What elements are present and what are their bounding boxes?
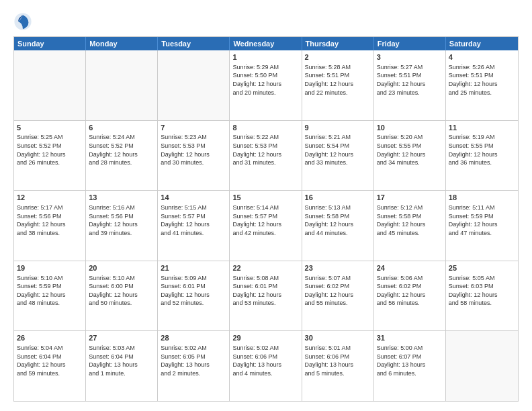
day-number: 14 [161, 193, 226, 203]
day-info: Sunrise: 5:25 AM Sunset: 5:52 PM Dayligh… [17, 133, 83, 167]
day-header-saturday: Saturday [446, 37, 518, 50]
empty-cell [158, 50, 230, 120]
day-number: 30 [305, 333, 371, 343]
calendar-row-4: 19Sunrise: 5:10 AM Sunset: 5:59 PM Dayli… [14, 261, 518, 331]
day-number: 23 [305, 263, 371, 273]
day-number: 19 [17, 263, 83, 273]
day-info: Sunrise: 5:14 AM Sunset: 5:57 PM Dayligh… [232, 203, 298, 237]
day-cell-9: 9Sunrise: 5:21 AM Sunset: 5:54 PM Daylig… [302, 121, 374, 191]
day-cell-8: 8Sunrise: 5:22 AM Sunset: 5:53 PM Daylig… [230, 121, 302, 191]
calendar-row-1: 1Sunrise: 5:29 AM Sunset: 5:50 PM Daylig… [14, 50, 518, 120]
day-cell-21: 21Sunrise: 5:09 AM Sunset: 6:01 PM Dayli… [158, 261, 230, 331]
day-info: Sunrise: 5:19 AM Sunset: 5:55 PM Dayligh… [449, 133, 515, 167]
day-info: Sunrise: 5:08 AM Sunset: 6:01 PM Dayligh… [232, 274, 298, 308]
day-info: Sunrise: 5:10 AM Sunset: 6:00 PM Dayligh… [89, 274, 154, 308]
day-number: 20 [89, 263, 154, 273]
day-cell-20: 20Sunrise: 5:10 AM Sunset: 6:00 PM Dayli… [86, 261, 158, 331]
day-cell-11: 11Sunrise: 5:19 AM Sunset: 5:55 PM Dayli… [446, 121, 518, 191]
calendar: SundayMondayTuesdayWednesdayThursdayFrid… [13, 36, 519, 402]
day-cell-2: 2Sunrise: 5:28 AM Sunset: 5:51 PM Daylig… [302, 50, 374, 120]
day-number: 12 [17, 193, 83, 203]
day-header-sunday: Sunday [14, 37, 86, 50]
day-number: 10 [377, 123, 443, 133]
day-cell-6: 6Sunrise: 5:24 AM Sunset: 5:52 PM Daylig… [86, 121, 158, 191]
day-number: 3 [377, 52, 443, 62]
calendar-row-3: 12Sunrise: 5:17 AM Sunset: 5:56 PM Dayli… [14, 190, 518, 261]
day-cell-16: 16Sunrise: 5:13 AM Sunset: 5:58 PM Dayli… [302, 191, 374, 261]
calendar-body: 1Sunrise: 5:29 AM Sunset: 5:50 PM Daylig… [14, 50, 518, 401]
day-cell-18: 18Sunrise: 5:11 AM Sunset: 5:59 PM Dayli… [446, 191, 518, 261]
day-number: 21 [161, 263, 226, 273]
day-info: Sunrise: 5:01 AM Sunset: 6:06 PM Dayligh… [305, 344, 371, 377]
day-info: Sunrise: 5:22 AM Sunset: 5:53 PM Dayligh… [232, 133, 298, 167]
day-info: Sunrise: 5:15 AM Sunset: 5:57 PM Dayligh… [161, 203, 226, 237]
day-info: Sunrise: 5:21 AM Sunset: 5:54 PM Dayligh… [305, 133, 371, 167]
day-cell-7: 7Sunrise: 5:23 AM Sunset: 5:53 PM Daylig… [158, 121, 230, 191]
day-info: Sunrise: 5:27 AM Sunset: 5:51 PM Dayligh… [377, 63, 443, 97]
calendar-row-5: 26Sunrise: 5:04 AM Sunset: 6:04 PM Dayli… [14, 330, 518, 401]
day-info: Sunrise: 5:02 AM Sunset: 6:06 PM Dayligh… [232, 344, 298, 377]
calendar-row-2: 5Sunrise: 5:25 AM Sunset: 5:52 PM Daylig… [14, 120, 518, 191]
day-info: Sunrise: 5:28 AM Sunset: 5:51 PM Dayligh… [305, 63, 371, 97]
day-cell-13: 13Sunrise: 5:16 AM Sunset: 5:56 PM Dayli… [86, 191, 158, 261]
day-info: Sunrise: 5:24 AM Sunset: 5:52 PM Dayligh… [89, 133, 154, 167]
day-number: 29 [232, 333, 298, 343]
day-number: 22 [232, 263, 298, 273]
calendar-header: SundayMondayTuesdayWednesdayThursdayFrid… [14, 37, 518, 50]
day-cell-3: 3Sunrise: 5:27 AM Sunset: 5:51 PM Daylig… [374, 50, 446, 120]
logo [13, 12, 35, 31]
day-number: 24 [377, 263, 443, 273]
day-number: 1 [232, 52, 298, 62]
day-cell-31: 31Sunrise: 5:00 AM Sunset: 6:07 PM Dayli… [374, 331, 446, 401]
day-number: 9 [305, 123, 371, 133]
day-header-thursday: Thursday [302, 37, 374, 50]
day-cell-15: 15Sunrise: 5:14 AM Sunset: 5:57 PM Dayli… [230, 191, 302, 261]
empty-cell [446, 331, 518, 401]
day-info: Sunrise: 5:23 AM Sunset: 5:53 PM Dayligh… [161, 133, 226, 167]
day-cell-22: 22Sunrise: 5:08 AM Sunset: 6:01 PM Dayli… [230, 261, 302, 331]
day-cell-28: 28Sunrise: 5:02 AM Sunset: 6:05 PM Dayli… [158, 331, 230, 401]
day-number: 27 [89, 333, 154, 343]
day-number: 13 [89, 193, 154, 203]
day-info: Sunrise: 5:12 AM Sunset: 5:58 PM Dayligh… [377, 203, 443, 237]
day-info: Sunrise: 5:11 AM Sunset: 5:59 PM Dayligh… [449, 203, 515, 237]
day-info: Sunrise: 5:13 AM Sunset: 5:58 PM Dayligh… [305, 203, 371, 237]
empty-cell [14, 50, 86, 120]
day-cell-14: 14Sunrise: 5:15 AM Sunset: 5:57 PM Dayli… [158, 191, 230, 261]
day-number: 7 [161, 123, 226, 133]
day-cell-19: 19Sunrise: 5:10 AM Sunset: 5:59 PM Dayli… [14, 261, 86, 331]
day-header-monday: Monday [86, 37, 158, 50]
day-cell-27: 27Sunrise: 5:03 AM Sunset: 6:04 PM Dayli… [86, 331, 158, 401]
day-number: 11 [449, 123, 515, 133]
day-header-wednesday: Wednesday [230, 37, 302, 50]
day-info: Sunrise: 5:17 AM Sunset: 5:56 PM Dayligh… [17, 203, 83, 237]
day-info: Sunrise: 5:05 AM Sunset: 6:03 PM Dayligh… [449, 274, 515, 308]
day-cell-12: 12Sunrise: 5:17 AM Sunset: 5:56 PM Dayli… [14, 191, 86, 261]
day-info: Sunrise: 5:16 AM Sunset: 5:56 PM Dayligh… [89, 203, 154, 237]
day-number: 31 [377, 333, 443, 343]
day-cell-10: 10Sunrise: 5:20 AM Sunset: 5:55 PM Dayli… [374, 121, 446, 191]
day-header-tuesday: Tuesday [158, 37, 230, 50]
day-number: 16 [305, 193, 371, 203]
day-info: Sunrise: 5:02 AM Sunset: 6:05 PM Dayligh… [161, 344, 226, 377]
day-cell-17: 17Sunrise: 5:12 AM Sunset: 5:58 PM Dayli… [374, 191, 446, 261]
day-cell-24: 24Sunrise: 5:06 AM Sunset: 6:02 PM Dayli… [374, 261, 446, 331]
page: SundayMondayTuesdayWednesdayThursdayFrid… [0, 0, 532, 411]
day-number: 26 [17, 333, 83, 343]
day-number: 25 [449, 263, 515, 273]
day-info: Sunrise: 5:26 AM Sunset: 5:51 PM Dayligh… [449, 63, 515, 97]
day-info: Sunrise: 5:29 AM Sunset: 5:50 PM Dayligh… [232, 63, 298, 97]
day-cell-29: 29Sunrise: 5:02 AM Sunset: 6:06 PM Dayli… [230, 331, 302, 401]
empty-cell [86, 50, 158, 120]
day-number: 6 [89, 123, 154, 133]
day-number: 4 [449, 52, 515, 62]
day-number: 17 [377, 193, 443, 203]
day-info: Sunrise: 5:10 AM Sunset: 5:59 PM Dayligh… [17, 274, 83, 308]
day-cell-30: 30Sunrise: 5:01 AM Sunset: 6:06 PM Dayli… [302, 331, 374, 401]
logo-icon [13, 12, 32, 31]
day-info: Sunrise: 5:06 AM Sunset: 6:02 PM Dayligh… [377, 274, 443, 308]
day-cell-1: 1Sunrise: 5:29 AM Sunset: 5:50 PM Daylig… [230, 50, 302, 120]
day-number: 5 [17, 123, 83, 133]
day-info: Sunrise: 5:07 AM Sunset: 6:02 PM Dayligh… [305, 274, 371, 308]
day-info: Sunrise: 5:00 AM Sunset: 6:07 PM Dayligh… [377, 344, 443, 377]
